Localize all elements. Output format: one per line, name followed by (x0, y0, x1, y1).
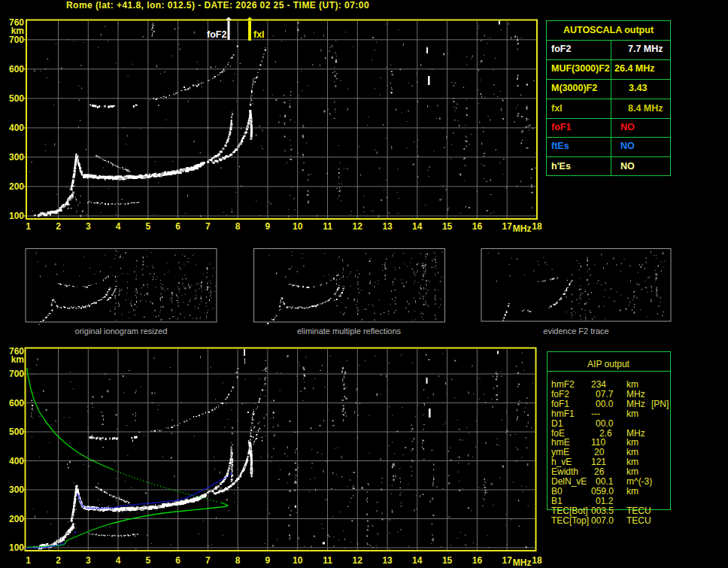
svg-text:16: 16 (472, 555, 483, 566)
svg-text:14: 14 (412, 221, 423, 232)
svg-text:500: 500 (9, 93, 24, 104)
svg-text:km: km (11, 354, 24, 365)
svg-text:12: 12 (353, 221, 363, 232)
svg-text:3: 3 (86, 555, 91, 566)
svg-text:4: 4 (116, 221, 121, 232)
svg-text:16: 16 (472, 221, 483, 232)
svg-text:1: 1 (26, 555, 31, 566)
svg-text:6: 6 (175, 555, 180, 566)
svg-text:15: 15 (442, 555, 453, 566)
svg-text:700: 700 (9, 35, 24, 45)
svg-text:18: 18 (532, 555, 542, 566)
svg-text:13: 13 (382, 221, 393, 232)
svg-text:11: 11 (323, 221, 332, 232)
svg-text:5: 5 (145, 555, 150, 566)
svg-text:foF2: foF2 (207, 29, 226, 40)
svg-text:10: 10 (293, 221, 303, 232)
svg-text:200: 200 (9, 514, 24, 524)
svg-text:7: 7 (205, 555, 211, 566)
svg-text:10: 10 (293, 555, 303, 566)
svg-text:MHz: MHz (513, 223, 532, 234)
svg-text:17: 17 (502, 221, 513, 232)
svg-text:9: 9 (265, 221, 271, 232)
svg-text:fxI: fxI (253, 29, 265, 40)
svg-text:eliminate multiple reflections: eliminate multiple reflections (297, 327, 402, 336)
svg-text:400: 400 (9, 456, 24, 466)
svg-text:200: 200 (9, 181, 24, 192)
svg-text:1: 1 (26, 221, 31, 232)
svg-text:100: 100 (9, 542, 24, 553)
svg-text:18: 18 (532, 221, 542, 232)
svg-text:5: 5 (145, 221, 150, 232)
svg-text:4: 4 (116, 555, 121, 566)
svg-text:9: 9 (265, 555, 271, 566)
svg-text:7: 7 (205, 221, 211, 232)
svg-text:11: 11 (323, 555, 332, 566)
svg-text:6: 6 (175, 221, 180, 232)
svg-text:300: 300 (9, 484, 24, 495)
svg-text:evidence F2 trace: evidence F2 trace (543, 327, 608, 336)
svg-text:2: 2 (56, 221, 61, 232)
svg-text:8: 8 (235, 555, 241, 566)
svg-text:500: 500 (9, 427, 24, 437)
svg-text:600: 600 (9, 398, 24, 409)
svg-text:12: 12 (353, 555, 363, 566)
svg-text:700: 700 (9, 369, 24, 379)
svg-text:MHz: MHz (513, 557, 532, 568)
svg-text:300: 300 (9, 152, 24, 163)
svg-text:8: 8 (235, 221, 241, 232)
svg-text:13: 13 (382, 555, 393, 566)
svg-text:17: 17 (502, 555, 513, 566)
svg-text:100: 100 (9, 211, 24, 221)
svg-text:14: 14 (412, 555, 423, 566)
svg-text:original ionogram resized: original ionogram resized (75, 327, 168, 336)
svg-text:15: 15 (442, 221, 453, 232)
svg-text:600: 600 (9, 64, 24, 74)
svg-text:400: 400 (9, 123, 24, 133)
svg-text:2: 2 (56, 555, 61, 566)
svg-text:3: 3 (86, 221, 91, 232)
